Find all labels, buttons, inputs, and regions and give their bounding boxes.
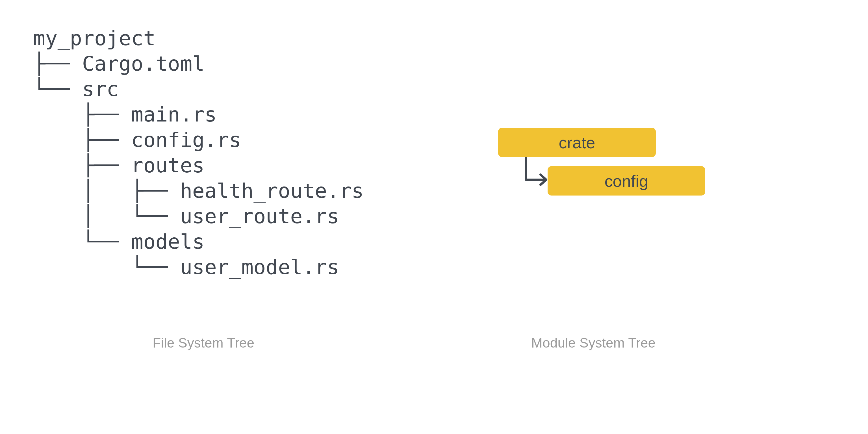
tree-node-health: │ ├── health_route.rs (33, 178, 364, 204)
tree-node-userroute: │ └── user_route.rs (33, 204, 364, 229)
diagram-canvas: my_project ├── Cargo.toml └── src ├── ma… (0, 0, 868, 434)
module-box-crate: crate (498, 128, 656, 157)
tree-root: my_project (33, 25, 364, 51)
tree-node-src: └── src (33, 76, 364, 102)
file-system-tree: my_project ├── Cargo.toml └── src ├── ma… (33, 25, 364, 280)
module-box-config: config (548, 166, 705, 195)
module-label-config: config (604, 172, 648, 190)
module-label-crate: crate (559, 133, 595, 152)
tree-node-routes: ├── routes (33, 153, 364, 178)
tree-node-config: ├── config.rs (33, 127, 364, 153)
tree-node-cargo: ├── Cargo.toml (33, 51, 364, 76)
file-system-tree-caption: File System Tree (153, 335, 254, 351)
tree-node-usermodel: └── user_model.rs (33, 254, 364, 280)
tree-node-main: ├── main.rs (33, 102, 364, 127)
tree-node-models: └── models (33, 229, 364, 254)
module-system-tree-caption: Module System Tree (531, 335, 655, 351)
